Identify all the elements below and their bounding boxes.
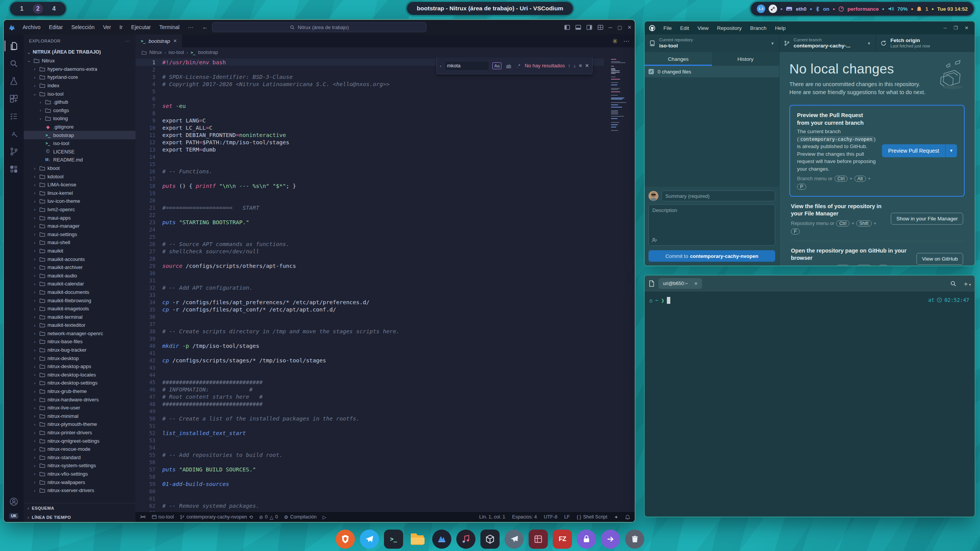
code-line-55[interactable]: 55# -- Add repositories to build root. xyxy=(136,451,604,458)
chevron-right-icon[interactable]: › xyxy=(33,331,37,336)
tree-folder-nitrux-desktop[interactable]: ›nitrux-desktop xyxy=(24,354,136,362)
tree-folder-nitrux-live-user[interactable]: ›nitrux-live-user xyxy=(24,404,136,412)
nitrux-app-icon[interactable] xyxy=(432,530,451,549)
share-app-icon[interactable] xyxy=(505,530,524,549)
chevron-right-icon[interactable]: › xyxy=(33,75,37,80)
bluetooth-icon[interactable] xyxy=(815,6,820,12)
chevron-right-icon[interactable]: › xyxy=(33,397,37,402)
chevron-right-icon[interactable]: › xyxy=(33,364,37,369)
tree-folder-nitrux[interactable]: ⌄Nitrux xyxy=(24,57,136,65)
menu-view[interactable]: View xyxy=(694,24,712,32)
code-line-31[interactable]: 31 xyxy=(136,277,604,284)
tree-folder-mauikit-audio[interactable]: ›mauikit-audio xyxy=(24,271,136,280)
chevron-right-icon[interactable]: › xyxy=(33,248,37,253)
tree-file-readme.md[interactable]: M↓README.md xyxy=(24,156,136,164)
tree-file-license[interactable]: ©LICENSE xyxy=(24,148,136,156)
minimize-icon[interactable]: ─ xyxy=(609,24,612,30)
command-center-search[interactable]: Nitrux (área de trabajo) xyxy=(212,22,426,32)
code-line-44[interactable]: 44 xyxy=(136,371,604,378)
chevron-right-icon[interactable]: › xyxy=(33,265,37,270)
menu-branch[interactable]: Branch xyxy=(746,24,771,32)
network-icon[interactable] xyxy=(786,6,792,11)
preview-pull-request-button[interactable]: Preview Pull Request ▼ xyxy=(882,144,957,157)
code-line-61[interactable]: 61 xyxy=(136,495,604,502)
code-line-35[interactable]: 35cp -r /configs/files/apt_conf/* /etc/a… xyxy=(136,306,604,313)
explorer-more-actions-icon[interactable]: ··· xyxy=(125,39,130,43)
steam-icon[interactable] xyxy=(769,5,777,13)
timeline-section[interactable]: ›LÍNEA DE TIEMPO xyxy=(24,513,136,522)
media-player-icon[interactable] xyxy=(456,530,475,549)
code-line-47[interactable]: 47# Root content starts here # xyxy=(136,393,604,400)
code-line-39[interactable]: 39 xyxy=(136,335,604,342)
add-coauthor-icon[interactable] xyxy=(652,237,657,244)
science-icon[interactable] xyxy=(5,73,23,90)
editor-more-actions-icon[interactable]: ⋯ xyxy=(623,37,629,45)
tree-folder-nitrux-standard[interactable]: ›nitrux-standard xyxy=(24,453,136,462)
volume-icon[interactable] xyxy=(888,6,894,11)
chevron-right-icon[interactable]: › xyxy=(33,166,37,171)
chevron-right-icon[interactable]: › xyxy=(33,422,37,427)
chevron-right-icon[interactable]: › xyxy=(33,282,37,286)
customize-layout-icon[interactable] xyxy=(598,24,603,30)
code-line-12[interactable]: 12export PATH=$PATH:/tmp/iso-tool/stages xyxy=(136,139,604,146)
brave-browser-icon[interactable] xyxy=(336,530,355,549)
chevron-right-icon[interactable]: › xyxy=(33,356,37,360)
file-tree[interactable]: ⌄Nitrux›hyperv-daemons-extra›hyprland-co… xyxy=(24,57,136,503)
chevron-right-icon[interactable]: › xyxy=(33,315,37,319)
tree-folder-nitrux-qmlgreet-settings[interactable]: ›nitrux-qmlgreet-settings xyxy=(24,437,136,445)
tab-bootstrap[interactable]: >_ bootstrap ✕ xyxy=(136,34,183,47)
tree-folder-nitrux-hardware-drivers[interactable]: ›nitrux-hardware-drivers xyxy=(24,395,136,404)
tree-folder-mauikit-texteditor[interactable]: ›mauikit-texteditor xyxy=(24,321,136,329)
github-window-controls[interactable]: ─ ❐ ✕ xyxy=(944,25,971,31)
regex-toggle[interactable]: .* xyxy=(516,63,522,69)
chevron-right-icon[interactable]: › xyxy=(33,488,37,493)
tree-folder-nitrux-desktop-apps[interactable]: ›nitrux-desktop-apps xyxy=(24,362,136,371)
chevron-right-icon[interactable]: › xyxy=(33,257,37,261)
find-expand-icon[interactable]: › xyxy=(440,64,441,68)
code-line-53[interactable]: 53 xyxy=(136,437,604,444)
outline-section[interactable]: ›ESQUEMA xyxy=(24,504,136,513)
run-task-icon[interactable]: ▷ xyxy=(323,514,327,520)
keyboard-layout-badge[interactable]: UK xyxy=(9,513,18,519)
chevron-right-icon[interactable]: › xyxy=(38,100,42,104)
tree-folder-maui-settings[interactable]: ›maui-settings xyxy=(24,230,136,238)
close-find-icon[interactable]: ✕ xyxy=(585,63,589,68)
checklist-icon[interactable] xyxy=(5,108,23,125)
tab-close-icon[interactable]: ✕ xyxy=(694,281,697,286)
chevron-right-icon[interactable]: › xyxy=(33,480,37,484)
chevron-right-icon[interactable]: › xyxy=(38,116,42,121)
tree-folder-kdotool[interactable]: ›kdotool xyxy=(24,172,136,181)
code-line-54[interactable]: 54 xyxy=(136,444,604,451)
code-line-49[interactable]: 49 xyxy=(136,408,604,415)
chevron-right-icon[interactable]: › xyxy=(33,290,37,294)
chevron-right-icon[interactable]: › xyxy=(33,207,37,212)
tree-folder-mauikit-imagetools[interactable]: ›mauikit-imagetools xyxy=(24,305,136,313)
code-line-18[interactable]: 18puts () { printf "\n\n --- %s\n" "$*";… xyxy=(136,182,604,189)
system-tray[interactable]: 1.3 • eth0 • on • performance • 70% • 1 … xyxy=(751,2,974,16)
chevron-right-icon[interactable]: › xyxy=(33,67,37,71)
next-match-icon[interactable]: ↓ xyxy=(573,63,576,68)
code-line-24[interactable]: 24 xyxy=(136,226,604,233)
tree-folder-luv-icon-theme[interactable]: ›luv-icon-theme xyxy=(24,197,136,205)
current-branch-selector[interactable]: Current branchcontemporary-cachy-... ▼ xyxy=(779,34,876,52)
chevron-right-icon[interactable]: › xyxy=(33,372,37,377)
maximize-icon[interactable]: ❐ xyxy=(954,25,958,31)
tree-folder-nitrux-grub-theme[interactable]: ›nitrux-grub-theme xyxy=(24,387,136,396)
code-line-59[interactable]: 5901-add-build-sources xyxy=(136,480,604,487)
tree-folder-hyperv-daemons-extra[interactable]: ›hyperv-daemons-extra xyxy=(24,65,136,73)
chevron-right-icon[interactable]: › xyxy=(33,199,37,204)
dock[interactable]: >_FZ xyxy=(0,530,980,549)
power-profile-icon[interactable] xyxy=(838,6,844,12)
chevron-right-icon[interactable]: › xyxy=(33,323,37,328)
code-line-60[interactable]: 60 xyxy=(136,487,604,495)
search-icon[interactable] xyxy=(950,280,956,287)
current-repository-selector[interactable]: Current repositoryiso-tool ▼ xyxy=(645,34,779,52)
commit-summary-field[interactable] xyxy=(662,191,775,201)
boxes-app-icon[interactable] xyxy=(480,530,500,549)
chevron-right-icon[interactable]: › xyxy=(33,273,37,278)
menu-edit[interactable]: Edit xyxy=(676,24,693,32)
code-line-20[interactable]: 20 xyxy=(136,197,604,204)
tree-folder-nitrux-vfio-settings[interactable]: ›nitrux-vfio-settings xyxy=(24,470,136,478)
tree-file-.gitignore[interactable]: ◆.gitignore xyxy=(24,123,136,131)
match-case-toggle[interactable]: Aa xyxy=(492,62,501,69)
